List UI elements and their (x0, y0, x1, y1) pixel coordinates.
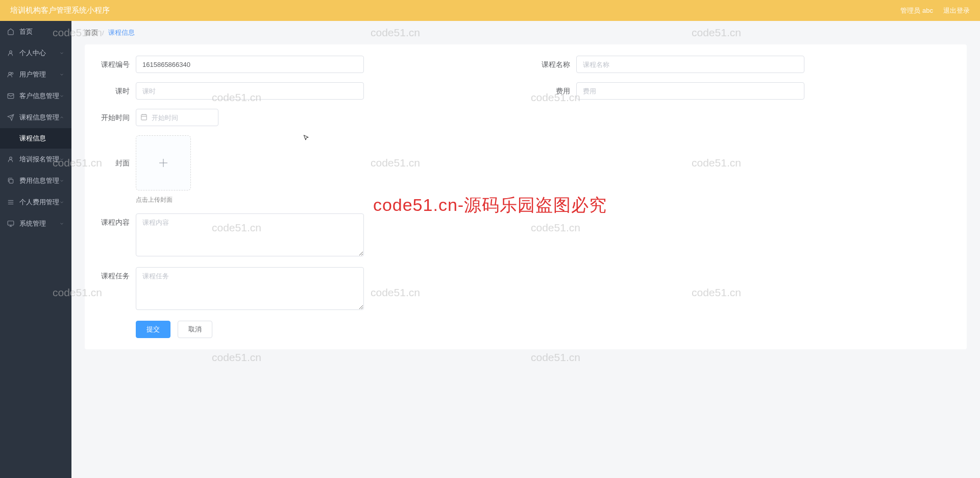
admin-label[interactable]: 管理员 abc (900, 6, 933, 15)
app-title: 培训机构客户管理系统小程序 (10, 6, 900, 15)
logout-link[interactable]: 退出登录 (943, 6, 970, 15)
header-actions: 管理员 abc 退出登录 (900, 6, 970, 15)
app-header: 培训机构客户管理系统小程序 管理员 abc 退出登录 (0, 0, 980, 21)
